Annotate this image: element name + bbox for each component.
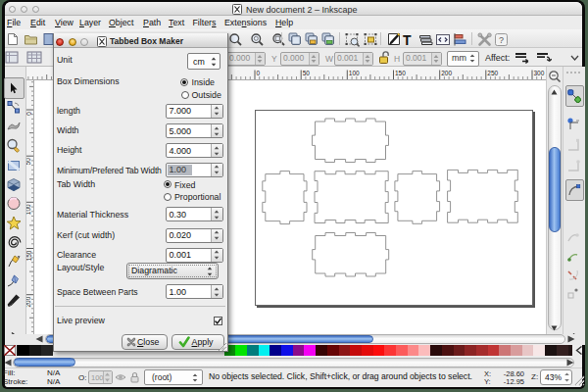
svg-text:0: 0: [26, 112, 32, 116]
svg-text:0: 0: [257, 70, 261, 76]
svg-text:100: 100: [349, 70, 360, 76]
svg-text:200: 200: [26, 296, 32, 307]
svg-text:300: 300: [534, 70, 545, 76]
svg-text:100: 100: [26, 204, 32, 215]
svg-text:150: 150: [395, 70, 406, 76]
svg-text:50: 50: [26, 158, 32, 166]
svg-text:150: 150: [26, 250, 32, 261]
svg-text:250: 250: [487, 70, 498, 76]
svg-text:200: 200: [441, 70, 452, 76]
svg-text:50: 50: [303, 70, 311, 76]
svg-text:?: ?: [499, 35, 504, 45]
